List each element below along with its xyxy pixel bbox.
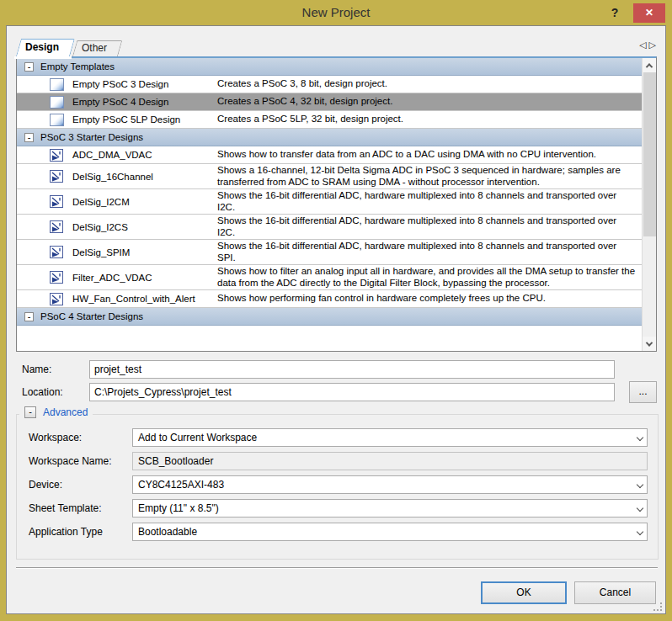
template-name: HW_Fan_Control_with_Alert xyxy=(64,294,217,304)
tab-other[interactable]: Other xyxy=(72,40,118,56)
advanced-collapse-button[interactable]: - xyxy=(24,406,36,418)
combobox-value: Empty (11" x 8.5") xyxy=(138,502,219,514)
advanced-row-label: Device: xyxy=(29,475,62,494)
tab-scroll-right-icon[interactable]: ▷ xyxy=(649,40,656,50)
tab-other-label: Other xyxy=(82,42,107,54)
close-button[interactable]: ✕ xyxy=(633,3,665,23)
template-row[interactable]: ADC_DMA_VDACShows how to transfer data f… xyxy=(17,146,642,164)
starter-design-icon xyxy=(50,170,64,183)
tab-scroll-left-icon[interactable]: ◁ xyxy=(639,40,646,50)
vertical-scrollbar[interactable] xyxy=(642,58,656,351)
starter-design-icon xyxy=(50,246,64,258)
tab-design-label: Design xyxy=(25,41,59,53)
advanced-row-label: Application Type xyxy=(29,523,103,541)
advanced-row-label: Workspace Name: xyxy=(29,452,111,470)
window-title: New Project xyxy=(0,0,672,25)
template-row[interactable]: DelSig_SPIMShows the 16-bit differential… xyxy=(17,240,642,265)
template-name: DelSig_I2CM xyxy=(64,197,217,207)
sheet-template-combobox[interactable]: Empty (11" x 8.5") xyxy=(132,499,648,518)
collapse-icon[interactable]: - xyxy=(24,133,34,142)
application-type-combobox[interactable]: Bootloadable xyxy=(132,523,648,541)
name-label: Name: xyxy=(22,360,51,379)
help-button[interactable]: ? xyxy=(606,0,623,25)
advanced-row-label: Workspace: xyxy=(29,428,82,447)
combobox-value: Add to Current Workspace xyxy=(138,432,257,443)
template-name: Empty PSoC 5LP Design xyxy=(64,114,217,125)
starter-design-icon xyxy=(50,293,64,305)
template-description: Creates a PSoC 5LP, 32 bit, design proje… xyxy=(217,114,642,125)
chevron-down-icon xyxy=(637,481,643,488)
template-name: Filter_ADC_VDAC xyxy=(64,273,217,283)
template-description: Shows the 16-bit differential ADC, hardw… xyxy=(217,215,642,238)
section-header[interactable]: -PSoC 4 Starter Designs xyxy=(17,308,642,326)
combobox-value: Bootloadable xyxy=(138,526,197,538)
empty-design-icon xyxy=(50,96,64,109)
dialog-body: Design Other ◁▷ -Empty TemplatesEmpty PS… xyxy=(6,25,666,614)
template-name: DelSig_16Channel xyxy=(64,172,217,182)
section-title: Empty Templates xyxy=(40,61,115,72)
location-label: Location: xyxy=(22,383,63,401)
name-input[interactable] xyxy=(89,360,615,379)
advanced-row-device: Device:CY8C4125AXI-483 xyxy=(25,475,649,494)
template-row[interactable]: Empty PSoC 4 DesignCreates a PSoC 4, 32 … xyxy=(17,93,642,111)
advanced-row-label: Sheet Template: xyxy=(29,499,102,518)
template-description: Shows the 16-bit differential ADC, hardw… xyxy=(217,241,642,263)
empty-design-icon xyxy=(50,78,64,91)
template-row[interactable]: HW_Fan_Control_with_AlertShows how perfo… xyxy=(17,290,642,308)
advanced-rows: Workspace:Add to Current WorkspaceWorksp… xyxy=(17,428,658,541)
advanced-label[interactable]: Advanced xyxy=(43,406,88,418)
tab-scroll-arrows: ◁▷ xyxy=(637,40,656,50)
advanced-group: - Advanced Workspace:Add to Current Work… xyxy=(16,414,659,560)
section-header[interactable]: -Empty Templates xyxy=(17,58,642,76)
ok-button[interactable]: OK xyxy=(481,581,567,604)
titlebar: New Project ? ✕ xyxy=(0,0,672,25)
template-name: ADC_DMA_VDAC xyxy=(64,150,217,160)
template-description: Shows a 16-channel, 12-bit Delta Sigma A… xyxy=(217,165,642,188)
template-name: Empty PSoC 3 Design xyxy=(64,79,217,89)
template-description: Shows how performing fan control in hard… xyxy=(217,293,642,305)
workspace-combobox[interactable]: Add to Current Workspace xyxy=(132,428,648,447)
cancel-button[interactable]: Cancel xyxy=(574,581,656,604)
template-row[interactable]: Empty PSoC 5LP DesignCreates a PSoC 5LP,… xyxy=(17,111,642,129)
empty-design-icon xyxy=(50,114,64,126)
section-header[interactable]: -PSoC 3 Starter Designs xyxy=(17,129,642,146)
resize-grip-icon[interactable] xyxy=(653,602,662,611)
template-description: Shows how to filter an analog input all … xyxy=(217,266,642,289)
starter-design-icon xyxy=(50,195,64,208)
close-icon: ✕ xyxy=(645,7,653,19)
advanced-row-workspace-name: Workspace Name:SCB_Bootloader xyxy=(25,452,649,470)
template-row[interactable]: Filter_ADC_VDACShows how to filter an an… xyxy=(17,265,642,290)
browse-button[interactable]: ... xyxy=(629,381,657,403)
starter-design-icon xyxy=(50,220,64,233)
scrollbar-thumb[interactable] xyxy=(643,72,656,236)
template-list-content: -Empty TemplatesEmpty PSoC 3 DesignCreat… xyxy=(17,58,642,351)
template-description: Shows the 16-bit differential ADC, hardw… xyxy=(217,190,642,213)
scroll-down-button[interactable] xyxy=(643,337,656,351)
starter-design-icon xyxy=(50,271,64,284)
template-row[interactable]: DelSig_I2CSShows the 16-bit differential… xyxy=(17,215,642,240)
advanced-row-sheet-template: Sheet Template:Empty (11" x 8.5") xyxy=(25,499,649,518)
template-row[interactable]: DelSig_16ChannelShows a 16-channel, 12-b… xyxy=(17,164,642,189)
chevron-down-icon xyxy=(637,528,643,535)
template-list: -Empty TemplatesEmpty PSoC 3 DesignCreat… xyxy=(16,56,657,352)
template-description: Shows how to transfer data from an ADC t… xyxy=(217,149,642,161)
template-row[interactable]: DelSig_I2CMShows the 16-bit differential… xyxy=(17,189,642,215)
combobox-value: CY8C4125AXI-483 xyxy=(138,479,224,491)
collapse-icon[interactable]: - xyxy=(24,312,34,321)
advanced-row-workspace: Workspace:Add to Current Workspace xyxy=(25,428,649,447)
section-title: PSoC 4 Starter Designs xyxy=(40,311,143,321)
section-title: PSoC 3 Starter Designs xyxy=(40,132,143,142)
template-description: Creates a PSoC 4, 32 bit, design project… xyxy=(217,96,642,108)
collapse-icon[interactable]: - xyxy=(24,62,34,72)
tabstrip: Design Other ◁▷ xyxy=(16,39,656,56)
template-name: DelSig_SPIM xyxy=(64,247,217,257)
location-input[interactable] xyxy=(89,383,615,401)
template-row[interactable]: Empty PSoC 3 DesignCreates a PSoC 3, 8 b… xyxy=(17,76,642,93)
chevron-down-icon xyxy=(646,339,653,346)
tab-design[interactable]: Design xyxy=(16,39,70,56)
workspace-name-input[interactable]: SCB_Bootloader xyxy=(132,452,648,470)
chevron-down-icon xyxy=(637,505,643,512)
device-combobox[interactable]: CY8C4125AXI-483 xyxy=(132,475,648,494)
scroll-up-button[interactable] xyxy=(643,58,656,72)
template-name: DelSig_I2CS xyxy=(64,222,217,232)
